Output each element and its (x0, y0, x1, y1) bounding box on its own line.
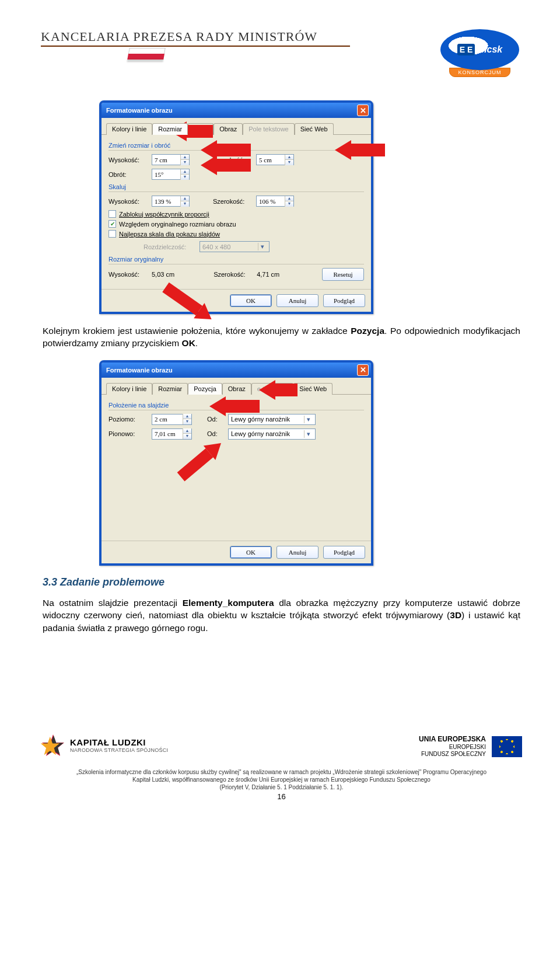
cancel-button[interactable]: Anuluj (276, 294, 318, 307)
ok-button[interactable]: OK (230, 294, 272, 307)
tab-kolory[interactable]: Kolory i linie (106, 383, 152, 395)
spinner-arrows-icon[interactable]: ▲▼ (180, 155, 189, 165)
dialog2-body: Położenie na slajdzie Poziomo: ▲▼ Od: Le… (102, 395, 371, 541)
tab-kolory[interactable]: Kolory i linie (106, 123, 152, 135)
value-oryg-szer: 4,71 cm (257, 271, 279, 278)
input-obrot[interactable] (152, 169, 180, 179)
eu-flag-icon (492, 736, 522, 757)
spinner-pionowo[interactable]: ▲▼ (152, 428, 192, 440)
checkbox-best-scale[interactable]: Najlepsza skala dla pokazu slajdów (108, 230, 364, 238)
input-poziomo[interactable] (152, 414, 183, 424)
label-szerokosc: Szerokość: (213, 156, 253, 163)
dialog1-tabs: Kolory i linie Rozmiar Pozycja Obraz Pol… (102, 118, 371, 135)
select-od-poziomo[interactable]: Lewy górny narożnik▾ (228, 414, 316, 425)
kprm-title: KANCELARIA PREZESA RADY MINISTRÓW (41, 29, 438, 44)
preview-button[interactable]: Podgląd (323, 294, 365, 307)
preview-button[interactable]: Podgląd (323, 546, 365, 559)
dialog2-buttons: OK Anuluj Podgląd (102, 541, 371, 563)
close-icon[interactable]: ✕ (357, 104, 369, 116)
tab-pozycja[interactable]: Pozycja (188, 123, 214, 135)
input-pionowo[interactable] (152, 429, 183, 439)
select-rozdzielczosc: 640 x 480▾ (200, 241, 270, 252)
select-od-pionowo[interactable]: Lewy górny narożnik▾ (228, 428, 316, 440)
polish-flag-icon (127, 48, 166, 60)
label-od-2: Od: (207, 430, 225, 437)
dialog2-tabs: Kolory i linie Rozmiar Pozycja Obraz e t… (102, 378, 371, 395)
spinner-szerokosc[interactable]: ▲▼ (256, 154, 294, 165)
spinner-arrows-icon[interactable]: ▲▼ (285, 155, 293, 165)
dialog1-title: Formatowanie obrazu (106, 107, 173, 114)
logo-mcsk: mcsk (478, 44, 502, 55)
dialog1-titlebar[interactable]: Formatowanie obrazu ✕ (102, 103, 371, 118)
star-icon (41, 733, 65, 758)
spinner-poziomo[interactable]: ▲▼ (152, 414, 192, 425)
spinner-wysokosc[interactable]: ▲▼ (152, 154, 190, 165)
tab-obraz[interactable]: Obraz (222, 383, 251, 395)
ok-button[interactable]: OK (230, 546, 272, 559)
tab-rozmiar[interactable]: Rozmiar (152, 123, 188, 135)
input-szerokosc[interactable] (257, 155, 285, 165)
spinner-obrot[interactable]: ▲▼ (152, 169, 190, 180)
spinner-arrows-icon[interactable]: ▲▼ (180, 169, 189, 180)
checkbox-relative-original[interactable]: ✔Względem oryginalnego rozmiaru obrazu (108, 220, 364, 228)
cancel-button[interactable]: Anuluj (276, 546, 318, 559)
label-wysokosc: Wysokość: (108, 156, 148, 163)
format-image-dialog-size: Formatowanie obrazu ✕ Kolory i linie Roz… (99, 100, 373, 314)
tab-pole-tekstowe: e tekstowe (251, 383, 294, 395)
group-skaluj: Skaluj (108, 183, 364, 192)
label-pionowo: Pionowo: (108, 430, 148, 437)
group-oryginalny: Rozmiar oryginalny (108, 256, 364, 264)
label-rozdzielczosc: Rozdzielczość: (144, 243, 196, 250)
dialog2-title: Formatowanie obrazu (106, 367, 173, 374)
group-resize: Zmień rozmiar i obróć (108, 142, 364, 151)
logo-ee: E E (457, 44, 475, 55)
input-wysokosc[interactable] (152, 155, 180, 165)
spinner-arrows-icon[interactable]: ▲▼ (183, 428, 191, 439)
spinner-arrows-icon[interactable]: ▲▼ (180, 196, 189, 207)
ue-line3: FUNDUSZ SPOŁECZNY (419, 751, 486, 758)
document-footer: KAPITAŁ LUDZKI NARODOWA STRATEGIA SPÓJNO… (41, 733, 522, 801)
ue-line1: UNIA EUROPEJSKA (419, 735, 486, 743)
chevron-down-icon: ▾ (304, 430, 313, 438)
tab-pozycja[interactable]: Pozycja (188, 383, 222, 395)
format-image-dialog-position: Formatowanie obrazu ✕ Kolory i linie Roz… (99, 360, 373, 566)
spinner-arrows-icon[interactable]: ▲▼ (183, 414, 191, 424)
value-oryg-wys: 5,03 cm (152, 271, 174, 278)
kprm-block: KANCELARIA PREZESA RADY MINISTRÓW (41, 29, 438, 60)
dialog1-body: Zmień rozmiar i obróć Wysokość: ▲▼ Szero… (102, 135, 371, 289)
spinner-arrows-icon[interactable]: ▲▼ (285, 196, 293, 207)
label-obrot: Obrót: (108, 171, 148, 178)
tab-siec-web[interactable]: Sieć Web (293, 383, 332, 395)
tab-rozmiar[interactable]: Rozmiar (152, 383, 188, 395)
close-icon[interactable]: ✕ (357, 364, 369, 376)
chevron-down-icon: ▾ (258, 243, 267, 250)
document-header: KANCELARIA PREZESA RADY MINISTRÓW E E mc… (41, 29, 522, 77)
tab-pole-tekstowe: Pole tekstowe (243, 123, 294, 135)
header-underline (41, 46, 438, 47)
spinner-sk-szerokosc[interactable]: ▲▼ (256, 196, 294, 207)
paragraph-2: Na ostatnim slajdzie prezentacji Element… (43, 597, 520, 634)
kl-title: KAPITAŁ LUDZKI (70, 737, 168, 747)
label-oryg-wys: Wysokość: (108, 271, 148, 278)
dialog1-buttons: OK Anuluj Podgląd (102, 289, 371, 312)
reset-button[interactable]: Resetuj (322, 268, 364, 281)
page-number: 16 (41, 792, 522, 801)
tab-siec-web[interactable]: Sieć Web (295, 123, 334, 135)
tab-obraz[interactable]: Obraz (214, 123, 243, 135)
eu-logo: UNIA EUROPEJSKA EUROPEJSKI FUNDUSZ SPOŁE… (419, 735, 522, 757)
heading-3-3: 3.3 Zadanie problemowe (43, 576, 520, 588)
dialog2-titlebar[interactable]: Formatowanie obrazu ✕ (102, 363, 371, 378)
spinner-sk-wysokosc[interactable]: ▲▼ (152, 196, 190, 207)
footer-disclaimer: „Szkolenia informatyczne dla członków ko… (41, 768, 522, 791)
paragraph-1: Kolejnym krokiem jest ustawienie położen… (43, 325, 520, 350)
group-polozenie: Położenie na slajdzie (108, 402, 364, 410)
label-oryg-szer: Szerokość: (214, 271, 253, 278)
chevron-down-icon: ▾ (304, 416, 313, 423)
checkbox-lock-aspect[interactable]: Zablokuj współczynnik proporcji (108, 210, 364, 218)
label-sk-szerokosc: Szerokość: (213, 198, 253, 205)
label-poziomo: Poziomo: (108, 416, 148, 423)
input-sk-wysokosc[interactable] (152, 196, 180, 206)
input-sk-szerokosc[interactable] (257, 196, 285, 206)
label-sk-wysokosc: Wysokość: (108, 198, 148, 205)
kl-subtitle: NARODOWA STRATEGIA SPÓJNOŚCI (70, 747, 168, 753)
